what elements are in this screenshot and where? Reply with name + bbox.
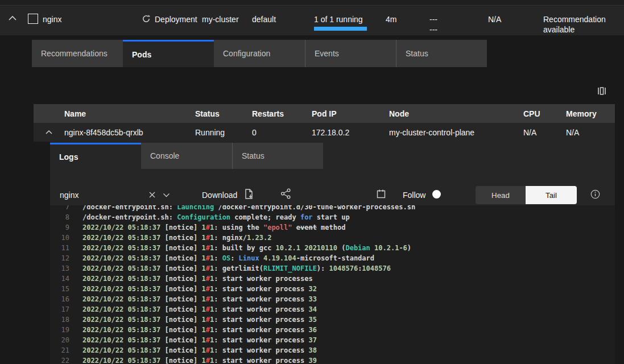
info-icon[interactable] [590, 189, 600, 199]
log-line-text: 2022/10/22 05:18:37 [notice] 1#1: start … [82, 305, 317, 313]
log-line-number: 14 [50, 275, 69, 283]
col-name[interactable]: Name [64, 109, 195, 118]
log-line-text: 2022/10/22 05:18:37 [notice] 1#1: built … [82, 244, 411, 252]
col-status[interactable]: Status [195, 109, 252, 118]
tab-pod-status[interactable]: Status [232, 143, 323, 169]
pod-memory: N/A [566, 128, 615, 137]
col-restarts[interactable]: Restarts [252, 109, 312, 118]
log-line-number: 8 [50, 213, 69, 221]
tab-configuration[interactable]: Configuration [214, 40, 305, 67]
container-select-open-button[interactable] [163, 193, 170, 197]
container-select-clear-button[interactable] [148, 191, 156, 198]
log-line-text: 2022/10/22 05:18:37 [notice] 1#1: start … [82, 316, 317, 324]
pod-cpu: N/A [523, 128, 566, 137]
workload-name: nginx [43, 14, 61, 24]
col-memory[interactable]: Memory [566, 109, 615, 118]
log-line: 152022/10/22 05:18:37 [notice] 1#1: star… [50, 284, 615, 294]
download-button[interactable]: Download [202, 190, 237, 200]
log-line: 112022/10/22 05:18:37 [notice] 1#1: buil… [50, 243, 615, 253]
log-line-text: 2022/10/22 05:18:37 [notice] 1#1: start … [82, 346, 317, 354]
log-line-number: 16 [50, 295, 69, 303]
log-line: 202022/10/22 05:18:37 [notice] 1#1: star… [50, 335, 615, 345]
column-settings-button[interactable] [595, 84, 609, 98]
log-lines: 7/docker-entrypoint.sh: Launching /docke… [50, 205, 615, 364]
log-line: 92022/10/22 05:18:37 [notice] 1#1: using… [50, 222, 615, 233]
replicas-text: 1 of 1 running [314, 15, 363, 24]
workload-checkbox[interactable] [28, 14, 38, 24]
follow-label: Follow [403, 190, 425, 200]
log-line-text: 2022/10/22 05:18:37 [notice] 1#1: start … [82, 295, 317, 303]
pod-status: Running [195, 128, 252, 137]
log-line-text: 2022/10/22 05:18:37 [notice] 1#1: start … [82, 336, 317, 344]
col-node[interactable]: Node [389, 109, 523, 118]
log-line-number: 7 [50, 205, 69, 211]
close-icon [148, 191, 156, 198]
pod-name: nginx-8f458dc5b-qrxlb [64, 128, 195, 137]
chevron-down-icon [163, 193, 170, 197]
log-line: 192022/10/22 05:18:37 [notice] 1#1: star… [50, 325, 615, 335]
tab-status[interactable]: Status [396, 40, 487, 67]
share-icon[interactable] [280, 188, 291, 199]
recommendation-badge[interactable]: Recommendation available [543, 14, 617, 35]
pod-restarts: 0 [252, 128, 312, 137]
log-viewer[interactable]: 7/docker-entrypoint.sh: Launching /docke… [50, 205, 615, 364]
workload-kind: Deployment [155, 14, 197, 24]
tab-events[interactable]: Events [305, 40, 396, 67]
log-line-number: 22 [50, 357, 69, 364]
log-line: 7/docker-entrypoint.sh: Launching /docke… [50, 205, 615, 212]
tab-console[interactable]: Console [141, 143, 232, 169]
workload-replicas: 1 of 1 running [314, 14, 367, 31]
log-line-number: 20 [50, 336, 69, 344]
log-line: 142022/10/22 05:18:37 [notice] 1#1: star… [50, 274, 615, 284]
col-pod-ip[interactable]: Pod IP [312, 109, 389, 118]
log-line-text: 2022/10/22 05:18:37 [notice] 1#1: nginx/… [82, 234, 271, 242]
pod-ip: 172.18.0.2 [312, 128, 389, 137]
chevron-up-icon [45, 130, 53, 135]
calendar-icon[interactable] [376, 189, 386, 199]
log-line: 132022/10/22 05:18:37 [notice] 1#1: getr… [50, 263, 615, 274]
container-select-value[interactable]: nginx [60, 190, 78, 200]
toggle-knob [432, 190, 441, 198]
log-line: 162022/10/22 05:18:37 [notice] 1#1: star… [50, 294, 615, 304]
log-line-text: 2022/10/22 05:18:37 [notice] 1#1: start … [82, 357, 317, 364]
head-tail-switcher: Head Tail [476, 186, 577, 204]
log-line-text: 2022/10/22 05:18:37 [notice] 1#1: start … [82, 326, 317, 334]
log-line: 122022/10/22 05:18:37 [notice] 1#1: OS: … [50, 253, 615, 263]
log-line-text: 2022/10/22 05:18:37 [notice] 1#1: start … [82, 275, 313, 283]
workload-cost: N/A [488, 14, 501, 24]
pod-collapse-button[interactable] [34, 130, 64, 135]
pod-row: nginx-8f458dc5b-qrxlb Running 0 172.18.0… [34, 123, 615, 142]
workload-collapse-button[interactable] [8, 15, 17, 21]
log-line-text: /docker-entrypoint.sh: Launching /docker… [82, 205, 415, 211]
top-divider [0, 0, 624, 6]
tab-logs[interactable]: Logs [50, 143, 141, 169]
log-line: 222022/10/22 05:18:37 [notice] 1#1: star… [50, 355, 615, 364]
log-line-number: 9 [50, 224, 69, 231]
workload-age: 4m [386, 14, 396, 24]
workload-cluster: my-cluster [202, 14, 242, 24]
col-cpu[interactable]: CPU [523, 109, 566, 118]
head-button[interactable]: Head [476, 186, 526, 204]
pods-table-header: Name Status Restarts Pod IP Node CPU Mem… [34, 104, 615, 123]
log-line: 182022/10/22 05:18:37 [notice] 1#1: star… [50, 315, 615, 325]
tab-pods[interactable]: Pods [123, 40, 214, 67]
log-line-number: 13 [50, 264, 69, 272]
workload-usage: --- --- [429, 14, 437, 35]
log-line-number: 17 [50, 305, 69, 313]
download-icon[interactable] [243, 188, 254, 200]
cpu-dash: --- [429, 14, 437, 24]
tail-button[interactable]: Tail [526, 186, 577, 204]
log-line-number: 18 [50, 316, 69, 324]
workload-tabs: Recommendations Pods Configuration Event… [32, 40, 487, 67]
pod-node: my-cluster-control-plane [389, 128, 523, 137]
log-line-text: 2022/10/22 05:18:37 [notice] 1#1: OS: Li… [82, 254, 374, 262]
replicas-progress-bar [314, 27, 367, 31]
log-line-number: 11 [50, 244, 69, 252]
columns-icon [597, 86, 607, 96]
log-line-text: 2022/10/22 05:18:37 [notice] 1#1: getrli… [82, 264, 391, 272]
log-line-number: 10 [50, 234, 69, 242]
tab-recommendations[interactable]: Recommendations [32, 40, 123, 67]
restart-icon[interactable] [142, 14, 151, 23]
log-line: 172022/10/22 05:18:37 [notice] 1#1: star… [50, 304, 615, 315]
log-line: 102022/10/22 05:18:37 [notice] 1#1: ngin… [50, 233, 615, 243]
